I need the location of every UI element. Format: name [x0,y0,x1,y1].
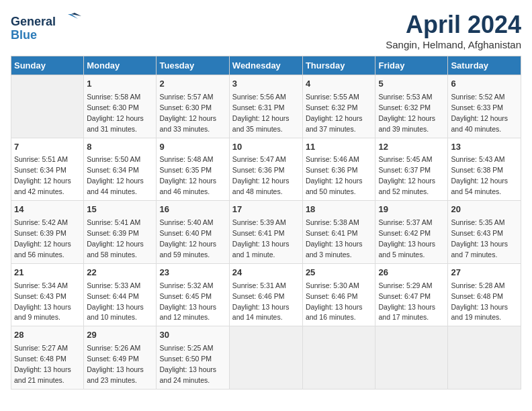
page-header: General Blue April 2024 Sangin, Helmand,… [11,11,521,50]
day-number: 24 [232,267,300,279]
calendar-cell: 13 Sunrise: 5:43 AMSunset: 6:38 PMDaylig… [448,138,521,201]
calendar-cell: 7 Sunrise: 5:51 AMSunset: 6:34 PMDayligh… [11,138,84,201]
day-info: Sunrise: 5:48 AMSunset: 6:35 PMDaylight:… [159,155,216,195]
day-number: 16 [159,203,226,216]
calendar-cell: 23 Sunrise: 5:32 AMSunset: 6:45 PMDaylig… [157,263,229,326]
day-info: Sunrise: 5:31 AMSunset: 6:46 PMDaylight:… [232,281,290,322]
calendar-cell: 5 Sunrise: 5:53 AMSunset: 6:32 PMDayligh… [375,75,448,138]
day-info: Sunrise: 5:28 AMSunset: 6:48 PMDaylight:… [451,281,508,322]
day-number: 6 [451,78,518,91]
calendar-cell: 6 Sunrise: 5:52 AMSunset: 6:33 PMDayligh… [448,75,521,138]
calendar-cell: 29 Sunrise: 5:26 AMSunset: 6:49 PMDaylig… [84,326,157,390]
calendar-cell: 15 Sunrise: 5:41 AMSunset: 6:39 PMDaylig… [84,201,157,264]
day-number: 7 [14,141,81,154]
day-number: 29 [87,329,153,342]
day-number: 9 [159,141,226,154]
day-number: 30 [159,329,226,342]
day-info: Sunrise: 5:41 AMSunset: 6:39 PMDaylight:… [87,218,144,259]
calendar-cell: 11 Sunrise: 5:46 AMSunset: 6:36 PMDaylig… [302,138,375,201]
calendar-cell [302,326,375,390]
day-info: Sunrise: 5:37 AMSunset: 6:42 PMDaylight:… [378,218,435,259]
day-number: 10 [232,141,300,154]
day-info: Sunrise: 5:50 AMSunset: 6:34 PMDaylight:… [87,155,144,195]
day-header-saturday: Saturday [448,56,521,75]
day-number: 14 [14,203,81,216]
day-number: 13 [451,141,518,154]
calendar-cell: 22 Sunrise: 5:33 AMSunset: 6:44 PMDaylig… [84,263,157,326]
day-number: 17 [232,203,300,216]
calendar-week-4: 21 Sunrise: 5:34 AMSunset: 6:43 PMDaylig… [11,263,521,326]
calendar-cell: 18 Sunrise: 5:38 AMSunset: 6:41 PMDaylig… [302,201,375,264]
day-number: 22 [87,267,153,279]
month-title: April 2024 [386,11,521,39]
day-number: 26 [378,267,445,279]
day-header-wednesday: Wednesday [229,56,302,75]
calendar-week-5: 28 Sunrise: 5:27 AMSunset: 6:48 PMDaylig… [11,326,521,390]
day-info: Sunrise: 5:32 AMSunset: 6:45 PMDaylight:… [159,281,216,322]
day-info: Sunrise: 5:38 AMSunset: 6:41 PMDaylight:… [306,218,363,259]
day-info: Sunrise: 5:53 AMSunset: 6:32 PMDaylight:… [378,93,435,133]
day-info: Sunrise: 5:40 AMSunset: 6:40 PMDaylight:… [159,218,216,259]
day-number: 1 [87,78,153,91]
calendar-body: 1 Sunrise: 5:58 AMSunset: 6:30 PMDayligh… [11,75,521,390]
calendar-cell: 25 Sunrise: 5:30 AMSunset: 6:46 PMDaylig… [302,263,375,326]
day-header-sunday: Sunday [11,56,84,75]
calendar-cell: 21 Sunrise: 5:34 AMSunset: 6:43 PMDaylig… [11,263,84,326]
day-number: 3 [232,78,300,91]
day-number: 23 [159,267,226,279]
calendar-week-3: 14 Sunrise: 5:42 AMSunset: 6:39 PMDaylig… [11,201,521,264]
day-info: Sunrise: 5:26 AMSunset: 6:49 PMDaylight:… [87,344,144,384]
day-number: 11 [306,141,373,154]
logo-svg: General Blue [11,11,85,44]
day-info: Sunrise: 5:25 AMSunset: 6:50 PMDaylight:… [159,344,216,384]
calendar-cell: 27 Sunrise: 5:28 AMSunset: 6:48 PMDaylig… [448,263,521,326]
day-number: 15 [87,203,153,216]
calendar-cell: 17 Sunrise: 5:39 AMSunset: 6:41 PMDaylig… [229,201,302,264]
day-number: 18 [306,203,373,216]
day-header-friday: Friday [375,56,448,75]
calendar-cell: 12 Sunrise: 5:45 AMSunset: 6:37 PMDaylig… [375,138,448,201]
title-area: April 2024 Sangin, Helmand, Afghanistan [386,11,521,50]
calendar-cell [375,326,448,390]
calendar-cell: 3 Sunrise: 5:56 AMSunset: 6:31 PMDayligh… [229,75,302,138]
calendar-cell: 19 Sunrise: 5:37 AMSunset: 6:42 PMDaylig… [375,201,448,264]
day-info: Sunrise: 5:30 AMSunset: 6:46 PMDaylight:… [306,281,363,322]
calendar-cell: 9 Sunrise: 5:48 AMSunset: 6:35 PMDayligh… [157,138,229,201]
calendar-cell [11,75,84,138]
day-info: Sunrise: 5:39 AMSunset: 6:41 PMDaylight:… [232,218,290,259]
day-number: 4 [306,78,373,91]
day-info: Sunrise: 5:29 AMSunset: 6:47 PMDaylight:… [378,281,435,322]
day-info: Sunrise: 5:56 AMSunset: 6:31 PMDaylight:… [232,93,290,133]
day-number: 2 [159,78,226,91]
calendar-table: SundayMondayTuesdayWednesdayThursdayFrid… [11,56,521,390]
day-info: Sunrise: 5:52 AMSunset: 6:33 PMDaylight:… [451,93,508,133]
day-info: Sunrise: 5:51 AMSunset: 6:34 PMDaylight:… [14,155,71,195]
day-number: 28 [14,329,81,342]
calendar-cell: 28 Sunrise: 5:27 AMSunset: 6:48 PMDaylig… [11,326,84,390]
calendar-cell: 1 Sunrise: 5:58 AMSunset: 6:30 PMDayligh… [84,75,157,138]
calendar-cell: 20 Sunrise: 5:35 AMSunset: 6:43 PMDaylig… [448,201,521,264]
calendar-cell: 24 Sunrise: 5:31 AMSunset: 6:46 PMDaylig… [229,263,302,326]
day-info: Sunrise: 5:43 AMSunset: 6:38 PMDaylight:… [451,155,508,195]
location-subtitle: Sangin, Helmand, Afghanistan [386,39,521,50]
day-info: Sunrise: 5:46 AMSunset: 6:36 PMDaylight:… [306,155,363,195]
day-info: Sunrise: 5:27 AMSunset: 6:48 PMDaylight:… [14,344,71,384]
day-info: Sunrise: 5:58 AMSunset: 6:30 PMDaylight:… [87,93,144,133]
calendar-cell: 30 Sunrise: 5:25 AMSunset: 6:50 PMDaylig… [157,326,229,390]
day-number: 27 [451,267,518,279]
calendar-cell: 8 Sunrise: 5:50 AMSunset: 6:34 PMDayligh… [84,138,157,201]
calendar-cell: 26 Sunrise: 5:29 AMSunset: 6:47 PMDaylig… [375,263,448,326]
calendar-cell: 16 Sunrise: 5:40 AMSunset: 6:40 PMDaylig… [157,201,229,264]
calendar-cell [229,326,302,390]
day-info: Sunrise: 5:45 AMSunset: 6:37 PMDaylight:… [378,155,435,195]
day-number: 19 [378,203,445,216]
day-header-monday: Monday [84,56,157,75]
svg-text:Blue: Blue [11,28,37,42]
day-number: 25 [306,267,373,279]
svg-text:General: General [11,15,56,28]
calendar-cell: 10 Sunrise: 5:47 AMSunset: 6:36 PMDaylig… [229,138,302,201]
calendar-header-row: SundayMondayTuesdayWednesdayThursdayFrid… [11,56,521,75]
calendar-cell: 14 Sunrise: 5:42 AMSunset: 6:39 PMDaylig… [11,201,84,264]
calendar-cell: 4 Sunrise: 5:55 AMSunset: 6:32 PMDayligh… [302,75,375,138]
day-number: 5 [378,78,445,91]
